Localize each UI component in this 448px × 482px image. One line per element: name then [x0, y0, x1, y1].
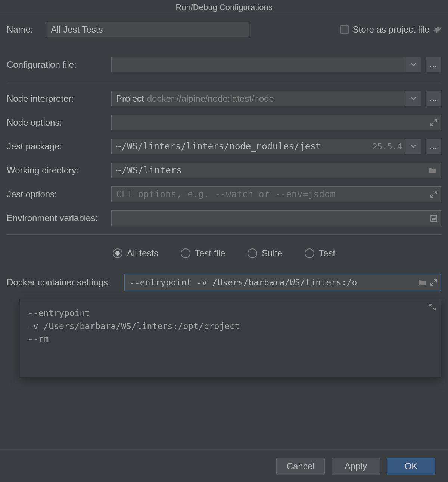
radio-icon [305, 248, 314, 258]
jest-package-path: ~/WS/linters/linters/node_modules/jest [116, 141, 321, 152]
expand-icon[interactable] [430, 191, 437, 198]
radio-suite[interactable]: Suite [248, 248, 282, 259]
apply-button[interactable]: Apply [332, 458, 380, 475]
radio-icon [113, 248, 122, 258]
folder-icon[interactable] [418, 279, 426, 286]
jest-options-label: Jest options: [7, 189, 111, 200]
docker-settings-input[interactable]: --entrypoint -v /Users/barbara/WS/linter… [124, 274, 441, 291]
gear-icon[interactable] [433, 25, 441, 34]
node-options-input[interactable] [111, 115, 441, 130]
folder-icon[interactable] [428, 167, 436, 174]
name-input[interactable] [46, 22, 249, 37]
docker-settings-expanded[interactable]: --entrypoint -v /Users/barbara/WS/linter… [19, 299, 441, 377]
node-interpreter-label: Node interpreter: [7, 93, 111, 104]
node-options-label: Node options: [7, 117, 111, 128]
collapse-icon[interactable] [429, 304, 436, 310]
config-file-label: Configuration file: [7, 59, 111, 70]
list-icon[interactable] [430, 215, 437, 222]
node-interpreter-browse-button[interactable]: ... [426, 91, 441, 106]
expand-icon[interactable] [430, 119, 437, 126]
jest-package-combo[interactable]: ~/WS/linters/linters/node_modules/jest 2… [111, 139, 421, 154]
name-label: Name: [7, 24, 46, 35]
chevron-down-icon[interactable] [405, 91, 421, 106]
dialog-title: Run/Debug Configurations [0, 0, 448, 15]
store-as-project-checkbox[interactable] [340, 25, 349, 34]
radio-test[interactable]: Test [305, 248, 335, 259]
dialog-button-bar: Cancel Apply OK [0, 450, 448, 482]
interpreter-path: docker://alpine/node:latest/node [147, 93, 274, 104]
jest-package-browse-button[interactable]: ... [426, 139, 441, 154]
ok-button[interactable]: OK [387, 458, 435, 475]
env-vars-label: Environment variables: [7, 213, 111, 223]
jest-package-version: 25.5.4 [373, 142, 405, 151]
radio-test-file[interactable]: Test file [181, 248, 225, 259]
jest-options-placeholder: CLI options, e.g. --watch or --env=jsdom [116, 189, 336, 200]
cancel-button[interactable]: Cancel [276, 458, 325, 475]
jest-package-label: Jest package: [7, 141, 111, 152]
test-scope-radio-group: All tests Test file Suite Test [7, 244, 441, 274]
working-dir-label: Working directory: [7, 165, 111, 176]
radio-icon [248, 248, 257, 258]
jest-options-input[interactable]: CLI options, e.g. --watch or --env=jsdom [111, 186, 441, 202]
node-interpreter-combo[interactable]: Project docker://alpine/node:latest/node [111, 91, 421, 106]
docker-settings-label: Docker container settings: [7, 277, 124, 288]
chevron-down-icon[interactable] [405, 139, 421, 154]
expand-icon[interactable] [430, 279, 437, 286]
divider [7, 81, 441, 81]
radio-icon [181, 248, 190, 258]
store-as-project-label: Store as project file [353, 24, 429, 35]
interpreter-prefix: Project [116, 93, 144, 104]
divider [7, 234, 441, 235]
config-file-browse-button[interactable]: ... [426, 57, 441, 72]
radio-all-tests[interactable]: All tests [113, 248, 158, 259]
env-vars-input[interactable] [111, 210, 441, 226]
chevron-down-icon[interactable] [405, 57, 421, 72]
config-file-combo[interactable] [111, 57, 421, 72]
working-dir-input[interactable]: ~/WS/linters [111, 163, 441, 178]
